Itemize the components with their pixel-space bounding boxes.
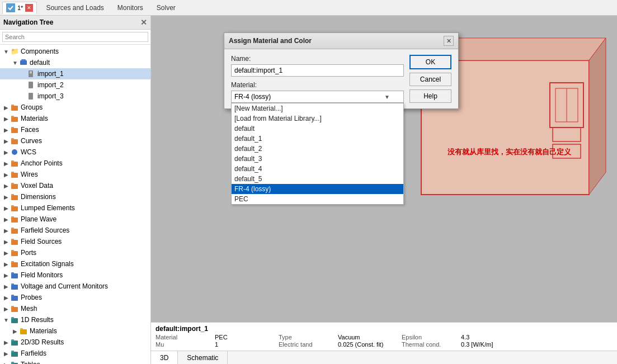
- dialog-close-button[interactable]: ✕: [444, 36, 454, 46]
- svg-rect-19: [11, 173, 18, 178]
- dropdown-item-default2[interactable]: default_2: [232, 144, 403, 154]
- sidebar-header: Navigation Tree ✕: [0, 16, 150, 30]
- prop-key: Electric tand: [279, 341, 335, 348]
- svg-rect-52: [11, 351, 14, 352]
- prop-value: 4.3: [461, 334, 469, 341]
- dropdown-item-default3[interactable]: default_3: [232, 154, 403, 164]
- sidebar-item-label: Voxel Data: [21, 182, 53, 190]
- menu-item-monitors[interactable]: Monitors: [113, 3, 148, 13]
- menu-item-sources[interactable]: Sources and Loads: [41, 3, 108, 13]
- prop-key: Epsilon: [402, 334, 458, 341]
- svg-rect-54: [11, 362, 14, 363]
- sidebar-item-anchor-points[interactable]: ▶ Anchor Points: [0, 158, 150, 169]
- name-field[interactable]: [231, 64, 404, 77]
- prop-value: Vacuum: [338, 334, 360, 341]
- svg-rect-1: [20, 60, 27, 65]
- svg-rect-8: [11, 106, 18, 111]
- expand-icon: ▶: [11, 327, 19, 335]
- sidebar-item-dimensions[interactable]: ▶ Dimensions: [0, 191, 150, 202]
- sidebar-item-excitation-signals[interactable]: ▶ Excitation Signals: [0, 258, 150, 270]
- svg-rect-28: [11, 216, 14, 218]
- prop-row-material: Material PEC: [156, 334, 267, 341]
- sidebar-item-components[interactable]: ▼ 📁 Components: [0, 46, 150, 57]
- sidebar-item-tables[interactable]: ▶ Tables: [0, 359, 150, 364]
- dialog-title-bar[interactable]: Assign Material and Color ✕: [224, 33, 458, 49]
- svg-rect-14: [11, 139, 18, 144]
- dropdown-item-fr4[interactable]: FR-4 (lossy): [232, 184, 403, 194]
- dropdown-item-default1[interactable]: default_1: [232, 134, 403, 144]
- sidebar-item-field-monitors[interactable]: ▶ Field Monitors: [0, 270, 150, 281]
- svg-rect-37: [11, 273, 18, 278]
- svg-rect-18: [11, 160, 14, 162]
- dropdown-item-load[interactable]: [Load from Material Library...]: [232, 114, 403, 124]
- sidebar-item-import2[interactable]: import_2: [0, 79, 150, 91]
- view-area: Assign Material and Color ✕ Name: Materi…: [151, 16, 617, 364]
- folder-icon: [10, 192, 19, 201]
- sidebar-item-label: Materials: [21, 115, 48, 122]
- search-input[interactable]: [2, 32, 148, 42]
- sidebar-item-wires[interactable]: ▶ Wires: [0, 169, 150, 180]
- sidebar-item-label: Groups: [21, 103, 43, 111]
- sidebar-item-voltage-monitors[interactable]: ▶ Voltage and Current Monitors: [0, 281, 150, 292]
- expand-icon: ▶: [2, 260, 10, 268]
- dialog-body: Name: Material: FR-4 (lossy) ▼ [New Mate…: [224, 49, 458, 108]
- active-tab[interactable]: 1* ✕: [2, 2, 37, 14]
- prop-key: Thermal cond.: [402, 341, 458, 348]
- sidebar-close-button[interactable]: ✕: [140, 18, 147, 27]
- sidebar-item-plane-wave[interactable]: ▶ Plane Wave: [0, 214, 150, 225]
- sidebar-item-label: Farfields: [21, 349, 46, 357]
- sidebar-item-import3[interactable]: import_3: [0, 91, 150, 102]
- dropdown-item-default[interactable]: default: [232, 124, 403, 134]
- menu-item-solver[interactable]: Solver: [152, 3, 180, 13]
- help-button[interactable]: Help: [409, 89, 451, 103]
- tab-close-button[interactable]: ✕: [25, 4, 33, 12]
- material-select[interactable]: FR-4 (lossy) ▼: [231, 91, 404, 103]
- expand-icon: ▶: [2, 294, 10, 301]
- sidebar-item-mesh[interactable]: ▶ Mesh: [0, 303, 150, 314]
- sidebar-item-label: Dimensions: [21, 193, 56, 201]
- sidebar-item-groups[interactable]: ▶ Groups: [0, 102, 150, 113]
- sidebar-item-2d3d-results[interactable]: ▶ 2D/3D Results: [0, 337, 150, 348]
- properties-rows: Material PEC Type Vacuum Epsilon 4.3 Mu …: [156, 334, 613, 348]
- sidebar-item-lumped-elements[interactable]: ▶ Lumped Elements: [0, 202, 150, 214]
- tab-3d[interactable]: 3D: [151, 351, 178, 364]
- svg-rect-49: [11, 341, 18, 346]
- dropdown-item-default4[interactable]: default_4: [232, 164, 403, 174]
- sidebar-item-label: Probes: [21, 294, 42, 301]
- sidebar-item-probes[interactable]: ▶ Probes: [0, 292, 150, 303]
- expand-icon: ▶: [2, 171, 10, 178]
- folder-icon: [10, 204, 19, 212]
- cancel-button[interactable]: Cancel: [409, 73, 451, 86]
- expand-icon: ▶: [2, 226, 10, 234]
- sidebar-item-materials-1d[interactable]: ▶ Materials: [0, 325, 150, 337]
- dropdown-item-new[interactable]: [New Material...]: [232, 103, 403, 114]
- folder-icon: [10, 248, 19, 257]
- svg-rect-21: [11, 184, 18, 189]
- sidebar-item-import1[interactable]: import_1: [0, 68, 150, 79]
- dropdown-item-pec[interactable]: PEC: [232, 194, 403, 204]
- tab-schematic[interactable]: Schematic: [178, 351, 228, 364]
- folder-icon: [10, 159, 19, 168]
- sidebar-item-materials[interactable]: ▶ Materials: [0, 113, 150, 124]
- svg-rect-13: [11, 127, 14, 129]
- expand-icon: ▼: [2, 316, 10, 324]
- sidebar-item-voxel-data[interactable]: ▶ Voxel Data: [0, 180, 150, 191]
- dropdown-item-default5[interactable]: default_5: [232, 174, 403, 184]
- sidebar-item-farfield-sources[interactable]: ▶ Farfield Sources: [0, 225, 150, 236]
- sidebar-item-default[interactable]: ▼ default: [0, 57, 150, 68]
- ok-button[interactable]: OK: [409, 55, 451, 69]
- sidebar-item-label: default: [30, 59, 50, 67]
- sidebar-item-field-sources[interactable]: ▶ Field Sources: [0, 236, 150, 247]
- expand-icon: ▶: [2, 159, 10, 167]
- prop-row-thermal-cond: Thermal cond. 0.3 [W/K/m]: [402, 341, 514, 348]
- sidebar-item-wcs[interactable]: ▶ WCS: [0, 146, 150, 158]
- svg-rect-0: [7, 4, 15, 12]
- sidebar-item-ports[interactable]: ▶ Ports: [0, 247, 150, 258]
- svg-rect-12: [11, 128, 18, 133]
- sidebar-item-1d-results[interactable]: ▼ 1D Results: [0, 314, 150, 325]
- spacer: [19, 92, 27, 100]
- sidebar-item-faces[interactable]: ▶ Faces: [0, 124, 150, 135]
- sidebar-item-farfields[interactable]: ▶ Farfields: [0, 348, 150, 359]
- sidebar-item-curves[interactable]: ▶ Curves: [0, 135, 150, 146]
- monitor-icon: [10, 271, 19, 280]
